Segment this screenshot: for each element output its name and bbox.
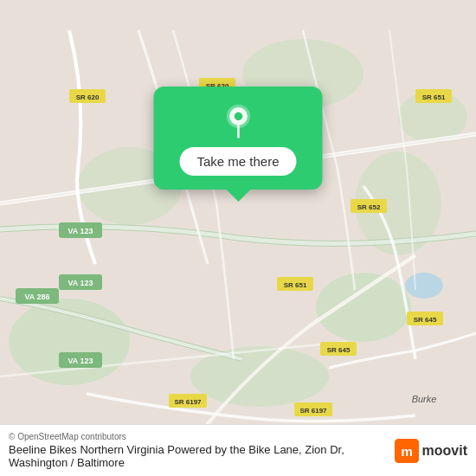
svg-text:SR 645: SR 645 (327, 346, 351, 354)
moovit-icon: m (395, 439, 419, 463)
svg-text:SR 6197: SR 6197 (299, 407, 327, 415)
location-pin-icon (221, 104, 255, 138)
popup-card: Take me there (153, 87, 322, 190)
svg-point-40 (233, 112, 242, 121)
svg-text:SR 6197: SR 6197 (174, 398, 202, 406)
map-container: VA 123 VA 123 VA 123 SR 620 SR 620 SR 65… (0, 0, 476, 476)
svg-text:VA 123: VA 123 (68, 227, 93, 235)
map-background: VA 123 VA 123 VA 123 SR 620 SR 620 SR 65… (0, 0, 476, 476)
svg-text:SR 651: SR 651 (284, 281, 307, 289)
svg-text:m: m (401, 443, 413, 458)
bottom-left-info: © OpenStreetMap contributors Beeline Bik… (9, 432, 395, 469)
moovit-brand-text: moovit (422, 443, 467, 459)
location-title: Beeline Bikes Northern Virginia Powered … (9, 443, 395, 469)
svg-text:Burke: Burke (412, 394, 437, 404)
svg-text:SR 651: SR 651 (422, 93, 446, 101)
svg-point-8 (405, 273, 443, 299)
moovit-logo[interactable]: m moovit (395, 439, 467, 463)
svg-text:VA 123: VA 123 (68, 279, 93, 287)
svg-point-2 (316, 273, 411, 342)
svg-text:SR 652: SR 652 (357, 203, 381, 211)
copyright-text: © OpenStreetMap contributors (9, 432, 395, 441)
take-me-there-button[interactable]: Take me there (179, 147, 296, 176)
svg-text:VA 286: VA 286 (24, 293, 49, 301)
bottom-bar: © OpenStreetMap contributors Beeline Bik… (0, 424, 476, 476)
svg-text:SR 620: SR 620 (76, 93, 100, 101)
svg-text:VA 123: VA 123 (68, 357, 93, 365)
svg-text:SR 645: SR 645 (414, 316, 437, 324)
